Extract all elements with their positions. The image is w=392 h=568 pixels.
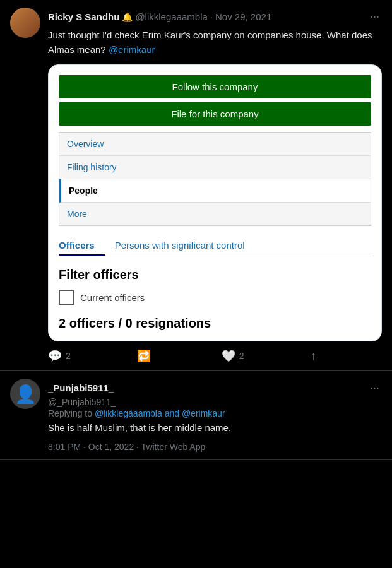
current-officers-filter: Current officers xyxy=(59,290,371,305)
like-action[interactable]: 🤍 2 xyxy=(222,349,244,363)
current-officers-checkbox[interactable] xyxy=(59,290,74,305)
reply-content: _Punjabi5911_ ··· @_Punjabi5911_ Replyin… xyxy=(48,379,382,452)
card-navigation: Overview Filing history People More xyxy=(59,132,371,226)
tab-officers[interactable]: Officers xyxy=(59,235,105,256)
reply-icon: 💬 xyxy=(48,349,62,363)
more-options-icon[interactable]: ··· xyxy=(367,8,382,26)
nav-more[interactable]: More xyxy=(59,203,371,225)
display-name: Ricky S Sandhu xyxy=(48,11,119,22)
tweet-content: Ricky S Sandhu 🔔 @likklegaaambla · Nov 2… xyxy=(48,8,382,363)
reply-meta: 8:01 PM · Oct 1, 2022 · Twitter Web App xyxy=(48,442,382,452)
nav-people[interactable]: People xyxy=(59,179,371,203)
tweet-1: Ricky S Sandhu 🔔 @likklegaaambla · Nov 2… xyxy=(0,0,392,371)
reply-text: She is half Muslim, that is her middle n… xyxy=(48,421,382,435)
embedded-companies-house-card: Follow this company File for this compan… xyxy=(48,64,382,341)
reply-more-options-icon[interactable]: ··· xyxy=(367,379,382,397)
retweet-action[interactable]: 🔁 xyxy=(137,349,155,363)
mention-link[interactable]: @erimkaur xyxy=(109,44,155,55)
reply-user-info: _Punjabi5911_ xyxy=(48,382,114,393)
filter-section: Filter officers Current officers xyxy=(59,268,371,305)
reply-handle: @_Punjabi5911_ xyxy=(48,397,382,407)
file-for-company-button[interactable]: File for this company xyxy=(59,102,371,126)
tab-psc[interactable]: Persons with significant control xyxy=(115,235,255,256)
like-icon: 🤍 xyxy=(222,349,235,363)
reply-action[interactable]: 💬 2 xyxy=(48,349,71,363)
like-count: 2 xyxy=(239,351,244,361)
card-tabs: Officers Persons with significant contro… xyxy=(59,235,371,256)
replying-to: Replying to @likklegaaambla and @erimkau… xyxy=(48,408,382,418)
current-officers-label: Current officers xyxy=(80,292,145,303)
tweet-text-body: Just thought I'd check Erim Kaur's compa… xyxy=(48,30,372,55)
reply-avatar: 👤 xyxy=(10,379,40,409)
filter-title: Filter officers xyxy=(59,268,371,282)
officers-count: 2 officers / 0 resignations xyxy=(59,316,371,331)
nav-filing-history[interactable]: Filing history xyxy=(59,156,371,179)
person-icon: 👤 xyxy=(15,384,37,405)
follow-company-button[interactable]: Follow this company xyxy=(59,75,371,98)
share-action[interactable]: ↑ xyxy=(311,350,316,363)
twitter-handle: @likklegaaambla xyxy=(135,11,207,22)
replying-to-label: Replying to xyxy=(48,408,92,418)
nav-overview[interactable]: Overview xyxy=(59,133,371,156)
tweet-actions: 💬 2 🔁 🤍 2 ↑ xyxy=(48,349,316,363)
retweet-icon: 🔁 xyxy=(137,349,151,363)
reply-tweet: 👤 _Punjabi5911_ ··· @_Punjabi5911_ Reply… xyxy=(0,371,392,460)
tweet-text: Just thought I'd check Erim Kaur's compa… xyxy=(48,28,382,57)
replying-to-mentions[interactable]: @likklegaaambla and @erimkaur xyxy=(95,408,225,418)
reply-count: 2 xyxy=(66,351,71,361)
avatar xyxy=(10,8,40,38)
separator: · xyxy=(210,11,213,22)
tweet-date: Nov 29, 2021 xyxy=(215,11,271,22)
reply-display-name: _Punjabi5911_ xyxy=(48,382,114,393)
share-icon: ↑ xyxy=(311,350,316,363)
verified-icon: 🔔 xyxy=(122,12,133,22)
